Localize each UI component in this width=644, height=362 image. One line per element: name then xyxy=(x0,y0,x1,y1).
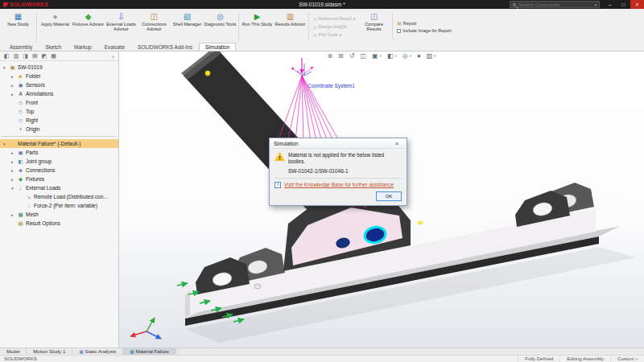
fixtures-advisor-button[interactable]: ◆ Fixtures Advisor xyxy=(72,10,105,43)
propertymanager-tab-icon[interactable]: ▥ xyxy=(14,53,19,60)
tree-item-result-options[interactable]: ▤ Result Options xyxy=(0,219,118,228)
expand-arrow-icon[interactable]: ▸ xyxy=(11,168,17,173)
dimxpert-tab-icon[interactable]: ▤ xyxy=(32,53,38,60)
report-label: Report xyxy=(403,21,417,26)
ok-button[interactable]: OK xyxy=(376,191,402,201)
edit-appearance-icon[interactable]: ● xyxy=(417,52,421,60)
tree-item-force-2[interactable]: ↓ Force-2 (Per item: variable) xyxy=(0,201,118,210)
tab-motion-study-1[interactable]: Motion Study 1 xyxy=(27,348,72,355)
panel-splitter[interactable] xyxy=(2,136,117,137)
external-loads-advisor-label: External Loads Advisor xyxy=(105,22,138,31)
run-this-study-button[interactable]: ▶ Run This Study xyxy=(241,10,274,43)
dropdown-icon[interactable]: ▾ xyxy=(394,54,396,58)
display-style-icon[interactable]: ◧ xyxy=(387,52,394,60)
simulation-manager-tab-icon[interactable]: ▦ xyxy=(51,53,56,60)
expand-arrow-icon[interactable]: ▸ xyxy=(11,83,17,88)
tree-item-material-failure-study[interactable]: ▾ ⚠ Material Failure* (-Default-) xyxy=(0,139,118,148)
zoom-area-icon[interactable]: ⊞ xyxy=(338,52,344,60)
dropdown-icon[interactable]: ▾ xyxy=(410,54,411,58)
expand-arrow-icon[interactable]: ▾ xyxy=(11,186,17,191)
tab-simulation[interactable]: Simulation xyxy=(199,43,236,51)
tab-solidworks-add-ins[interactable]: SOLIDWORKS Add-Ins xyxy=(131,43,199,51)
previous-view-icon[interactable]: ↺ xyxy=(349,52,355,60)
tree-item-top-plane[interactable]: ◇ Top xyxy=(0,107,118,116)
search-commands-box[interactable]: ▾ xyxy=(510,1,600,8)
compare-results-button[interactable]: ◫ Compare Results xyxy=(357,10,390,43)
coordinate-system-label[interactable]: Coordinate System1 xyxy=(308,83,355,89)
dialog-title-bar[interactable]: Simulation × xyxy=(270,138,407,149)
expand-arrow-icon[interactable]: ▾ xyxy=(3,142,9,146)
tab-material-failure[interactable]: ▦ Material Failure xyxy=(123,348,176,355)
expand-arrow-icon[interactable]: ▸ xyxy=(11,92,17,97)
view-orientation-icon[interactable]: ▣ xyxy=(372,52,378,60)
knowledge-base-link[interactable]: Visit the Knowledge Base for further ass… xyxy=(284,182,394,188)
tab-sketch[interactable]: Sketch xyxy=(39,43,68,51)
search-dropdown-icon[interactable]: ▾ xyxy=(594,2,597,7)
section-view-icon[interactable]: ◫ xyxy=(360,52,366,60)
graphics-area[interactable]: ⊕ ⊞ ↺ ◫ ▣ ▾ ◧ ▾ ◎ ▾ ● ▨ ▾ xyxy=(119,51,644,348)
tab-label: Motion Study 1 xyxy=(33,349,65,354)
tree-item-joint-group[interactable]: ▸ ◧ Joint group xyxy=(0,157,118,166)
vertex-point[interactable] xyxy=(205,71,210,76)
tree-item-mesh[interactable]: ▸ ▦ Mesh xyxy=(0,210,118,219)
checkbox-icon[interactable] xyxy=(397,29,401,33)
tree-item-connections[interactable]: ▸ ◈ Connections xyxy=(0,166,118,175)
featuremanager-tab-icon[interactable]: ◧ xyxy=(4,53,10,60)
status-units-selector[interactable]: Custom ▾ xyxy=(610,356,644,362)
results-advisor-button[interactable]: ▥ Results Advisor xyxy=(274,10,307,43)
dialog-title: Simulation xyxy=(274,141,298,146)
tree-item-remote-load[interactable]: ↘ Remote Load (Distributed con... xyxy=(0,192,118,201)
tab-assembly[interactable]: Assembly xyxy=(3,43,39,51)
tree-item-fixtures[interactable]: ▸ ◆ Fixtures xyxy=(0,175,118,183)
maximize-button[interactable]: □ xyxy=(617,0,630,9)
tab-markup[interactable]: Markup xyxy=(68,43,98,51)
apply-scene-icon[interactable]: ▨ xyxy=(427,52,433,60)
document-title: SW-01019.sldasm * xyxy=(299,2,345,7)
tree-item-parts[interactable]: ▸ ▣ Parts xyxy=(0,148,118,157)
minimize-button[interactable]: – xyxy=(603,0,617,9)
tab-evaluate[interactable]: Evaluate xyxy=(98,43,131,51)
tree-item-right-plane[interactable]: ◇ Right xyxy=(0,116,118,125)
report-button[interactable]: ▤ Report xyxy=(397,20,452,26)
tab-static-analysis[interactable]: ▦ Static Analysis xyxy=(72,348,123,355)
tree-item-origin[interactable]: + Origin xyxy=(0,125,118,134)
diagnostic-tools-button[interactable]: ◎ Diagnostic Tools xyxy=(204,10,237,43)
shell-manager-button[interactable]: ▧ Shell Manager xyxy=(171,10,204,43)
external-loads-advisor-button[interactable]: ⇩ External Loads Advisor xyxy=(105,10,138,43)
close-button[interactable]: × xyxy=(630,0,644,9)
zoom-fit-icon[interactable]: ⊕ xyxy=(327,52,332,60)
diagnostic-tools-label: Diagnostic Tools xyxy=(204,22,237,27)
tree-item-sensors[interactable]: ▸ ◉ Sensors xyxy=(0,80,118,89)
configurationmanager-tab-icon[interactable]: ◨ xyxy=(23,53,28,60)
tree-item-sw-01019[interactable]: ▾ ▣ SW-01019 xyxy=(0,63,118,72)
new-study-button[interactable]: ▦ New Study xyxy=(2,10,35,43)
status-editing-assembly: Editing Assembly xyxy=(559,356,610,362)
expand-arrow-icon[interactable]: ▸ xyxy=(11,150,17,155)
tree-item-label: Joint group xyxy=(26,158,52,164)
tree-item-annotations[interactable]: ▸ A Annotations xyxy=(0,89,118,98)
tree-item-front-plane[interactable]: ◇ Front xyxy=(0,98,118,107)
dropdown-icon[interactable]: ▾ xyxy=(380,54,382,58)
expand-arrow-icon[interactable]: ▸ xyxy=(11,74,17,79)
panel-overflow-icon[interactable]: » xyxy=(112,54,114,59)
tree-item-label: Top xyxy=(26,109,34,114)
tree-item-folder[interactable]: ▸ ■ Folder xyxy=(0,72,118,80)
expand-arrow-icon[interactable]: ▾ xyxy=(3,65,9,70)
dialog-close-icon[interactable]: × xyxy=(391,141,402,146)
hide-show-items-icon[interactable]: ◎ xyxy=(402,52,408,60)
apply-material-button[interactable]: ● Apply Material xyxy=(39,10,72,43)
include-image-for-report-checkbox[interactable]: Include Image for Report xyxy=(397,28,452,33)
tab-model[interactable]: Model xyxy=(0,348,27,355)
expand-arrow-icon[interactable]: ▸ xyxy=(11,177,17,182)
heads-up-view-toolbar: ⊕ ⊞ ↺ ◫ ▣ ▾ ◧ ▾ ◎ ▾ ● ▨ ▾ xyxy=(327,52,436,60)
search-input[interactable] xyxy=(518,2,592,7)
displaymanager-tab-icon[interactable]: ◩ xyxy=(42,53,47,60)
dropdown-icon[interactable]: ▾ xyxy=(434,54,436,58)
command-tab-bar: Assembly Sketch Markup Evaluate SOLIDWOR… xyxy=(0,43,644,51)
design-insight-icon: ▱ xyxy=(313,24,317,30)
tree-item-external-loads[interactable]: ▾ ↓ External Loads xyxy=(0,183,118,192)
connections-advisor-button[interactable]: ◫ Connections Advisor xyxy=(138,10,171,43)
expand-arrow-icon[interactable]: ▸ xyxy=(11,212,17,217)
ribbon-separator xyxy=(238,12,239,41)
expand-arrow-icon[interactable]: ▸ xyxy=(11,159,17,164)
